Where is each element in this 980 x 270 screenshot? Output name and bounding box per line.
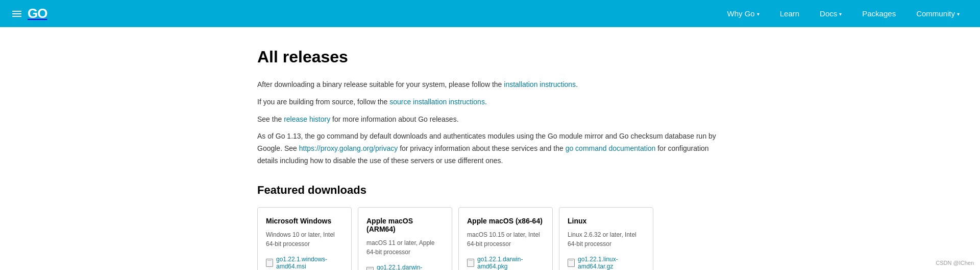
nav-link-learn[interactable]: Learn: [772, 0, 807, 27]
intro-paragraph-2: If you are building from source, follow …: [257, 96, 723, 108]
download-card-linux: Linux Linux 2.6.32 or later, Intel 64-bi…: [559, 207, 653, 270]
file-icon-macos-x86: [467, 259, 474, 267]
file-icon-macos-arm: [366, 267, 374, 270]
privacy-link[interactable]: https://proxy.golang.org/privacy: [299, 144, 398, 152]
card-title-linux: Linux: [568, 217, 645, 225]
card-req-macos-x86: macOS 10.15 or later, Intel 64-bit proce…: [467, 230, 544, 249]
card-title-macos-arm: Apple macOS (ARM64): [366, 217, 444, 233]
nav-links: Why Go ▾ Learn Docs ▾ Packages Community…: [719, 0, 968, 27]
nav-link-label: Why Go: [727, 9, 755, 18]
file-icon-linux: [568, 259, 575, 267]
intro-paragraph-4: As of Go 1.13, the go command by default…: [257, 130, 723, 167]
download-link-windows[interactable]: go1.22.1.windows-amd64.msi: [266, 256, 343, 270]
logo-text: GO: [28, 6, 47, 21]
download-card-macos-arm: Apple macOS (ARM64) macOS 11 or later, A…: [358, 207, 452, 270]
nav-link-why-go[interactable]: Why Go ▾: [719, 0, 768, 27]
download-filename-macos-arm: go1.22.1.darwin-arm64.pkg: [377, 264, 444, 270]
watermark: CSDN @IChen: [936, 260, 974, 266]
nav-link-label: Packages: [862, 9, 896, 18]
download-cards-container: Microsoft Windows Windows 10 or later, I…: [257, 207, 723, 270]
main-content: All releases After downloading a binary …: [245, 27, 735, 270]
download-card-macos-x86: Apple macOS (x86-64) macOS 10.15 or late…: [458, 207, 553, 270]
page-title: All releases: [257, 48, 723, 66]
chevron-down-icon: ▾: [839, 11, 842, 17]
intro-paragraph-1: After downloading a binary release suita…: [257, 79, 723, 91]
download-filename-macos-x86: go1.22.1.darwin-amd64.pkg: [477, 256, 544, 270]
download-link-macos-x86[interactable]: go1.22.1.darwin-amd64.pkg: [467, 256, 544, 270]
nav-link-label: Learn: [780, 9, 799, 18]
nav-link-label: Docs: [820, 9, 837, 18]
installation-instructions-link[interactable]: installation instructions: [504, 80, 576, 88]
source-installation-link[interactable]: source installation instructions: [389, 98, 485, 106]
card-title-macos-x86: Apple macOS (x86-64): [467, 217, 544, 225]
nav-link-packages[interactable]: Packages: [854, 0, 904, 27]
nav-link-docs[interactable]: Docs ▾: [812, 0, 850, 27]
download-filename-linux: go1.22.1.linux-amd64.tar.gz: [578, 256, 645, 270]
nav-logo[interactable]: GO: [12, 6, 47, 21]
chevron-down-icon: ▾: [957, 11, 960, 17]
card-req-linux: Linux 2.6.32 or later, Intel 64-bit proc…: [568, 230, 645, 249]
intro-paragraph-3: See the release history for more informa…: [257, 114, 723, 126]
navbar: GO Why Go ▾ Learn Docs ▾ Packages Commun…: [0, 0, 980, 27]
go-command-doc-link[interactable]: go command documentation: [566, 144, 656, 152]
file-icon-windows: [266, 259, 273, 267]
nav-link-community[interactable]: Community ▾: [908, 0, 968, 27]
download-filename-windows: go1.22.1.windows-amd64.msi: [276, 256, 343, 270]
card-req-windows: Windows 10 or later, Intel 64-bit proces…: [266, 230, 343, 249]
download-link-macos-arm[interactable]: go1.22.1.darwin-arm64.pkg: [366, 264, 444, 270]
release-history-link[interactable]: release history: [284, 115, 330, 123]
downloads-section-title: Featured downloads: [257, 184, 723, 197]
card-req-macos-arm: macOS 11 or later, Apple 64-bit processo…: [366, 238, 444, 257]
nav-link-label: Community: [916, 9, 955, 18]
chevron-down-icon: ▾: [757, 11, 760, 17]
card-title-windows: Microsoft Windows: [266, 217, 343, 225]
hamburger-icon: [12, 11, 21, 17]
download-link-linux[interactable]: go1.22.1.linux-amd64.tar.gz: [568, 256, 645, 270]
download-card-windows: Microsoft Windows Windows 10 or later, I…: [257, 207, 352, 270]
logo-icon: GO: [12, 6, 47, 21]
